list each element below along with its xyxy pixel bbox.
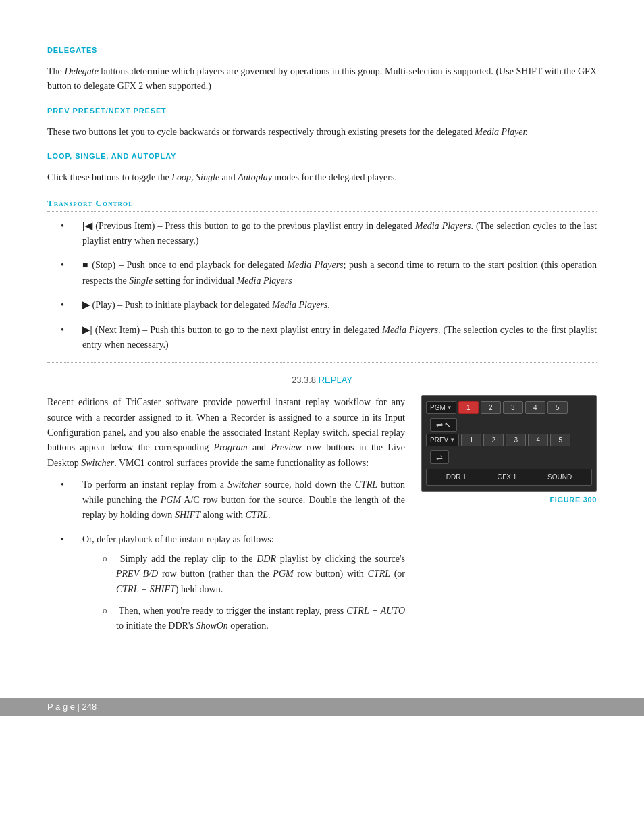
replay-bullet1-symbol: • — [61, 477, 80, 492]
prev-btn-3[interactable]: 3 — [506, 434, 526, 446]
replay-bullet-list: • To perform an instant replay from a Sw… — [61, 477, 405, 641]
bullet-previous-item: • |◀ (Previous Item) – Press this button… — [61, 219, 597, 249]
bullet-next-item: • ▶| (Next Item) – Push this button to g… — [61, 323, 597, 353]
bullet-play: • ▶ (Play) – Push to initiate playback f… — [61, 298, 597, 313]
pgm-label: PGM ▼ — [426, 401, 456, 414]
prev-btn-5[interactable]: 5 — [550, 434, 570, 446]
replay-text-area: Recent editions of TriCaster software pr… — [47, 395, 405, 650]
transport-control-section: Transport Control • |◀ (Previous Item) –… — [47, 198, 597, 353]
bullet-text-previous: |◀ (Previous Item) – Press this button t… — [82, 219, 597, 249]
pgm-btn-2[interactable]: 2 — [481, 401, 501, 414]
bottom-row: DDR 1 GFX 1 SOUND — [426, 469, 592, 486]
transport-control-heading: Transport Control — [47, 198, 597, 209]
bullet-symbol-next: • — [61, 323, 80, 338]
prev-row: PREV ▼ 1 2 3 4 5 — [426, 434, 592, 446]
replay-sub1-text: Simply add the replay clip to the DDR pl… — [116, 552, 405, 597]
replay-bullet2-symbol: • — [61, 532, 80, 547]
replay-bullet2: • Or, defer playback of the instant repl… — [61, 532, 405, 640]
second-middle-row: ⇌ — [426, 448, 592, 466]
ddr1-btn[interactable]: DDR 1 — [444, 472, 469, 482]
arrow-icon: ⇌ — [436, 420, 443, 429]
transport-bullet-list: • |◀ (Previous Item) – Press this button… — [61, 219, 597, 353]
second-arrow-box: ⇌ — [430, 450, 449, 464]
replay-bullet1-text: To perform an instant replay from a Swit… — [82, 477, 405, 523]
prev-next-divider — [47, 118, 597, 118]
loop-single-section: LOOP, SINGLE, AND AUTOPLAY Click these b… — [47, 152, 597, 185]
pgm-btn-4[interactable]: 4 — [525, 401, 545, 414]
replay-sub1-symbol: o — [103, 552, 116, 566]
bullet-stop: • ■ (Stop) – Push once to end playback f… — [61, 258, 597, 288]
page-footer: P a g e | 248 — [0, 698, 644, 716]
sound-btn[interactable]: SOUND — [545, 472, 574, 482]
prev-label: PREV ▼ — [426, 434, 459, 446]
replay-sub2-text: Then, when you're ready to trigger the i… — [116, 604, 405, 634]
delegates-heading: DELEGATES — [47, 46, 597, 54]
figure-wrapper: PGM ▼ 1 2 3 4 5 ⇌ ↖ — [421, 395, 597, 504]
page-content: DELEGATES The Delegate buttons determine… — [0, 0, 644, 677]
figure-caption: FIGURE 300 — [421, 496, 597, 504]
replay-figure-area: PGM ▼ 1 2 3 4 5 ⇌ ↖ — [421, 395, 597, 650]
prev-arrow: ▼ — [450, 437, 455, 443]
replay-link[interactable]: REPLAY — [319, 375, 352, 385]
replay-sub-list: o Simply add the replay clip to the DDR … — [103, 552, 405, 634]
replay-top-divider — [47, 362, 597, 363]
pgm-arrow: ▼ — [447, 405, 452, 411]
second-arrow-icon: ⇌ — [436, 452, 443, 462]
replay-section-number: 23.3.8 REPLAY — [47, 375, 597, 385]
switcher-figure: PGM ▼ 1 2 3 4 5 ⇌ ↖ — [421, 395, 597, 492]
prev-next-body: These two buttons let you to cycle backw… — [47, 125, 597, 140]
replay-sub1: o Simply add the replay clip to the DDR … — [103, 552, 405, 597]
gfx1-btn[interactable]: GFX 1 — [494, 472, 519, 482]
prev-btn-2[interactable]: 2 — [483, 434, 504, 446]
prev-next-heading: PREV PRESET/NEXT PRESET — [47, 107, 597, 115]
bullet-symbol-previous: • — [61, 219, 80, 234]
middle-row: ⇌ ↖ — [426, 416, 592, 434]
arrow-box: ⇌ ↖ — [430, 418, 457, 432]
pgm-btn-3[interactable]: 3 — [503, 401, 523, 414]
bullet-text-play: ▶ (Play) – Push to initiate playback for… — [82, 298, 597, 313]
transport-control-divider — [47, 211, 597, 212]
replay-sub2: o Then, when you're ready to trigger the… — [103, 604, 405, 634]
loop-single-divider — [47, 163, 597, 163]
pgm-btn-5[interactable]: 5 — [547, 401, 568, 414]
loop-single-body: Click these buttons to toggle the Loop, … — [47, 170, 597, 185]
prev-btn-4[interactable]: 4 — [528, 434, 548, 446]
loop-single-heading: LOOP, SINGLE, AND AUTOPLAY — [47, 152, 597, 160]
replay-section: Recent editions of TriCaster software pr… — [47, 395, 597, 650]
delegates-divider — [47, 57, 597, 57]
cursor-icon: ↖ — [444, 420, 451, 429]
bullet-symbol-play: • — [61, 298, 80, 313]
prev-btn-1[interactable]: 1 — [461, 434, 481, 446]
replay-bullet1: • To perform an instant replay from a Sw… — [61, 477, 405, 523]
bullet-text-next: ▶| (Next Item) – Push this button to go … — [82, 323, 597, 353]
prev-next-preset-section: PREV PRESET/NEXT PRESET These two button… — [47, 107, 597, 140]
replay-bullet2-text: Or, defer playback of the instant replay… — [82, 532, 405, 640]
replay-bottom-divider — [47, 388, 597, 388]
delegates-body: The Delegate buttons determine which pla… — [47, 64, 597, 95]
replay-body1: Recent editions of TriCaster software pr… — [47, 395, 405, 471]
delegates-section: DELEGATES The Delegate buttons determine… — [47, 46, 597, 95]
bullet-symbol-stop: • — [61, 258, 80, 273]
pgm-row: PGM ▼ 1 2 3 4 5 — [426, 401, 592, 414]
bullet-text-stop: ■ (Stop) – Push once to end playback for… — [82, 258, 597, 288]
page-number: P a g e | 248 — [47, 702, 97, 712]
replay-sub2-symbol: o — [103, 604, 116, 618]
pgm-btn-1[interactable]: 1 — [458, 401, 479, 414]
